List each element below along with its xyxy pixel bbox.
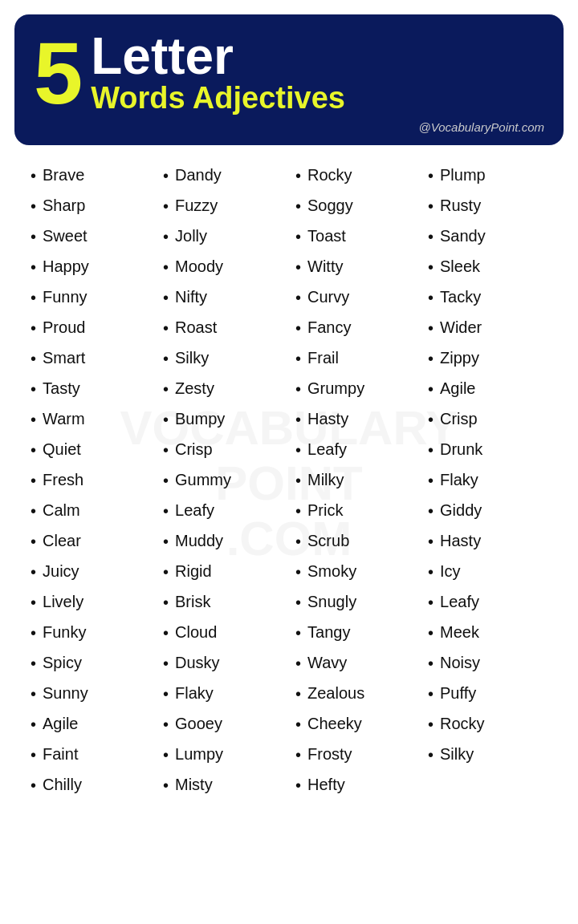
list-item: •Dusky (163, 652, 283, 675)
list-item: •Snugly (295, 591, 415, 614)
word-text: Moody (175, 256, 223, 278)
bullet-icon: • (428, 714, 434, 736)
bullet-icon: • (31, 165, 36, 187)
list-item: •Prick (295, 500, 415, 522)
list-item: •Hasty (428, 530, 547, 553)
list-item: •Clear (31, 530, 150, 553)
list-item: •Leafy (295, 439, 415, 461)
word-text: Faint (43, 744, 78, 765)
bullet-icon: • (163, 226, 169, 248)
bullet-icon: • (31, 592, 36, 614)
word-text: Bumpy (175, 408, 225, 430)
word-text: Crisp (440, 408, 478, 430)
list-item: •Fresh (31, 469, 150, 492)
bullet-icon: • (31, 409, 36, 431)
word-text: Quiet (43, 439, 81, 460)
word-text: Hasty (307, 408, 348, 430)
list-item: •Dandy (163, 164, 283, 187)
word-text: Crisp (175, 439, 213, 460)
word-text: Drunk (440, 439, 482, 460)
word-text: Brisk (175, 591, 210, 613)
word-text: Tasty (43, 378, 80, 399)
bullet-icon: • (428, 744, 434, 766)
bullet-icon: • (428, 348, 434, 370)
bullet-icon: • (428, 500, 434, 522)
word-text: Spicy (43, 652, 82, 674)
list-item: •Sweet (31, 225, 150, 248)
word-text: Soggy (307, 195, 353, 217)
list-item: •Moody (163, 256, 283, 278)
list-item: •Rocky (295, 164, 415, 187)
word-text: Gummy (175, 469, 231, 491)
bullet-icon: • (31, 561, 36, 583)
list-item: •Drunk (428, 439, 547, 461)
list-item: •Chilly (31, 774, 150, 796)
word-text: Cloud (175, 622, 217, 643)
bullet-icon: • (163, 744, 169, 766)
word-text: Frail (307, 347, 339, 369)
word-text: Prick (307, 500, 343, 521)
word-text: Sandy (440, 225, 486, 247)
bullet-icon: • (31, 226, 36, 248)
word-text: Funky (43, 622, 86, 643)
word-text: Roast (175, 317, 217, 338)
list-item: •Fuzzy (163, 195, 283, 217)
list-item: •Frail (295, 347, 415, 370)
bullet-icon: • (295, 683, 301, 705)
list-item: •Milky (295, 469, 415, 492)
bullet-icon: • (31, 440, 36, 461)
word-text: Agile (440, 378, 475, 399)
list-item: •Fancy (295, 317, 415, 339)
bullet-icon: • (163, 622, 169, 644)
bullet-icon: • (428, 318, 434, 339)
column-3: •Rocky•Soggy•Toast•Witty•Curvy•Fancy•Fra… (289, 164, 421, 804)
word-text: Wider (440, 317, 482, 338)
list-item: •Gummy (163, 469, 283, 492)
list-item: •Crisp (428, 408, 547, 431)
word-text: Dusky (175, 652, 220, 674)
list-item: •Giddy (428, 500, 547, 522)
list-item: •Funny (31, 286, 150, 309)
bullet-icon: • (31, 683, 36, 705)
bullet-icon: • (31, 622, 36, 644)
list-item: •Meek (428, 622, 547, 644)
bullet-icon: • (428, 653, 434, 675)
list-item: •Calm (31, 500, 150, 522)
word-text: Warm (43, 408, 85, 430)
word-text: Chilly (43, 774, 82, 796)
bullet-icon: • (295, 744, 301, 766)
word-text: Sunny (43, 683, 88, 704)
list-item: •Toast (295, 225, 415, 248)
list-item: •Brave (31, 164, 150, 187)
list-item: •Bumpy (163, 408, 283, 431)
credit-text: @VocabularyPoint.com (34, 120, 544, 134)
bullet-icon: • (163, 683, 169, 705)
list-item: •Agile (428, 378, 547, 400)
bullet-icon: • (31, 714, 36, 736)
bullet-icon: • (295, 561, 301, 583)
word-text: Rusty (440, 195, 481, 217)
list-item: •Rigid (163, 561, 283, 583)
bullet-icon: • (295, 165, 301, 187)
list-item: •Smart (31, 347, 150, 370)
list-item: •Warm (31, 408, 150, 431)
bullet-icon: • (295, 257, 301, 278)
bullet-icon: • (295, 287, 301, 309)
list-item: •Witty (295, 256, 415, 278)
word-text: Plump (440, 164, 486, 186)
bullet-icon: • (163, 165, 169, 187)
list-item: •Hasty (295, 408, 415, 431)
bullet-icon: • (163, 775, 169, 796)
word-text: Tacky (440, 286, 481, 308)
word-text: Calm (43, 500, 80, 521)
bullet-icon: • (163, 653, 169, 675)
word-text: Smoky (307, 561, 356, 582)
word-text: Juicy (43, 561, 79, 582)
list-item: •Grumpy (295, 378, 415, 400)
list-item: •Lumpy (163, 744, 283, 766)
list-item: •Zealous (295, 683, 415, 705)
list-item: •Soggy (295, 195, 415, 217)
list-item: •Happy (31, 256, 150, 278)
bullet-icon: • (428, 379, 434, 400)
bullet-icon: • (428, 257, 434, 278)
